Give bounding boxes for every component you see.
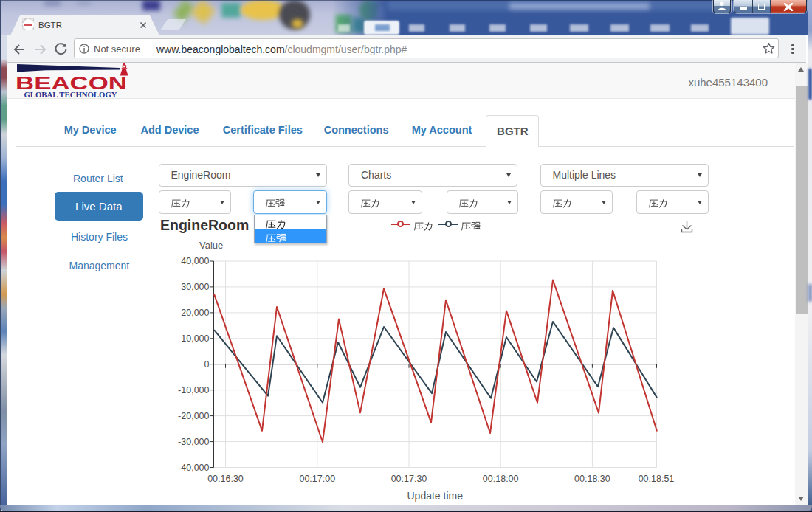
svg-text:GLOBAL TECHNOLOGY: GLOBAL TECHNOLOGY [24, 91, 117, 98]
